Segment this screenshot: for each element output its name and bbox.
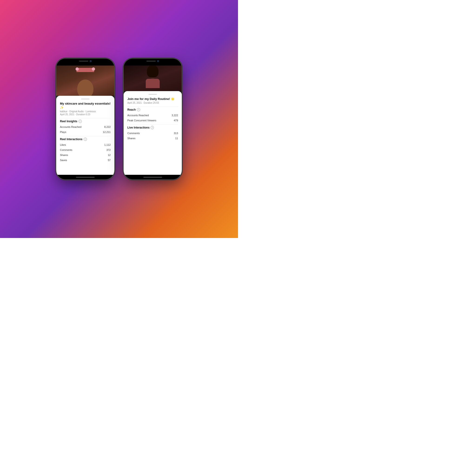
home-indicator-1 [56, 175, 114, 179]
stat-accounts-reached-2: Accounts Reached 3,222 [127, 113, 178, 118]
person-head [148, 67, 158, 78]
person-body [146, 79, 160, 88]
stat-plays: Plays 12,211 [60, 129, 111, 135]
stat-value-saves: 57 [108, 159, 111, 162]
sheet-handle-2 [149, 94, 157, 95]
stat-label-plays: Plays [60, 131, 66, 133]
phone-1-sheet: My skincare and beauty essentials! ✨ kai… [56, 96, 114, 175]
section-header-reach: Reach i [127, 108, 178, 111]
reel-interactions-label: Reel Interactions [60, 137, 83, 141]
stat-value-comments-2: 313 [174, 132, 178, 135]
stat-value-shares-2: 11 [175, 137, 178, 140]
divider-1a [60, 118, 111, 118]
stat-accounts-reached-1: Accounts Reached 8,222 [60, 124, 111, 129]
stat-value-likes: 1,112 [104, 143, 111, 146]
home-bar-1 [76, 177, 95, 178]
stat-label-comments-2: Comments [127, 132, 140, 135]
live-interactions-label: Live Interactions [127, 126, 150, 129]
section-header-reel-insights: Reel Insights i [60, 120, 111, 123]
reel-insights-label: Reel Insights [60, 120, 77, 123]
stat-label-accounts-reached-1: Accounts Reached [60, 125, 81, 128]
section-header-reel-interactions: Reel Interactions i [60, 137, 111, 141]
camera-1 [90, 60, 92, 62]
stat-label-peak-viewers: Peak Concurrent Viewers [127, 119, 156, 122]
divider-1b [60, 136, 111, 136]
background: My skincare and beauty essentials! ✨ kai… [0, 0, 238, 238]
phone-2-title: Join me for my Daily Routine! 🌟 [127, 97, 178, 101]
divider-2b [127, 124, 178, 125]
stat-label-saves: Saves [60, 159, 67, 162]
phone-1-top-bar [56, 59, 114, 66]
stat-comments-2: Comments 313 [127, 131, 178, 136]
phone-1-title: My skincare and beauty essentials! ✨ [60, 102, 111, 110]
stat-label-likes: Likes [60, 143, 66, 146]
stat-label-shares-2: Shares [127, 137, 136, 140]
stat-value-accounts-reached-2: 3,222 [171, 114, 178, 117]
phone-2-sheet: Join me for my Daily Routine! 🌟 April 25… [124, 91, 182, 175]
stat-label-shares-1: Shares [60, 154, 68, 156]
home-bar-2 [143, 177, 162, 178]
reach-label: Reach [127, 108, 136, 111]
camera-2 [157, 60, 159, 62]
person-silhouette [143, 67, 162, 90]
stat-value-shares-1: 12 [108, 154, 111, 156]
video-thumbnail-1 [56, 66, 114, 96]
phone-2-video [124, 66, 182, 91]
divider-2a [127, 106, 178, 107]
stat-label-comments-1: Comments [60, 149, 72, 151]
info-icon-live-interactions[interactable]: i [151, 126, 154, 129]
phone-1-date: April 25, 2021 · Duration 0:23 [60, 113, 111, 116]
stat-value-comments-1: 372 [106, 149, 111, 151]
sheet-handle-1 [81, 99, 89, 100]
notch-1 [75, 59, 96, 64]
info-icon-reach[interactable]: i [137, 108, 140, 111]
home-indicator-2 [124, 175, 182, 179]
stat-value-plays: 12,211 [103, 131, 111, 133]
ear-right [92, 68, 95, 71]
speaker-2 [146, 61, 156, 62]
face-head [77, 80, 93, 96]
phone-2-date: April 25, 2021 · Duration 25:03 [127, 102, 178, 104]
headband [76, 68, 94, 72]
stat-value-accounts-reached-1: 8,222 [104, 125, 111, 128]
stat-shares-2: Shares 11 [127, 136, 178, 141]
video-thumbnail-2 [124, 66, 182, 91]
phone-1: My skincare and beauty essentials! ✨ kai… [56, 59, 114, 179]
stat-comments-1: Comments 372 [60, 147, 111, 153]
phone-1-video [56, 66, 114, 96]
info-icon-reel-interactions[interactable]: i [84, 137, 87, 141]
stat-label-accounts-reached-2: Accounts Reached [127, 114, 149, 117]
stat-likes: Likes 1,112 [60, 142, 111, 147]
phone-2-top-bar [124, 59, 182, 66]
ear-left [76, 68, 79, 71]
notch-2 [142, 59, 163, 64]
phone-1-meta: kaiblue · Original Audio · Luminous [60, 110, 111, 113]
section-header-live-interactions: Live Interactions i [127, 126, 178, 129]
speaker-1 [79, 61, 88, 62]
person-hair [147, 66, 158, 78]
stat-saves: Saves 57 [60, 158, 111, 163]
info-icon-reel-insights[interactable]: i [79, 120, 82, 123]
stat-peak-viewers: Peak Concurrent Viewers 479 [127, 118, 178, 123]
stat-shares-1: Shares 12 [60, 153, 111, 158]
phone-2: Join me for my Daily Routine! 🌟 April 25… [124, 59, 182, 179]
stat-value-peak-viewers: 479 [174, 119, 178, 122]
